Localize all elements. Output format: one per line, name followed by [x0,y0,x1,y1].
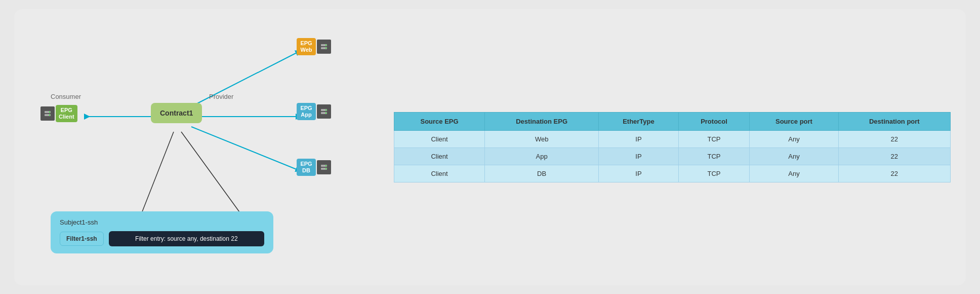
table-cell: Web [485,130,599,148]
svg-point-17 [325,113,326,114]
svg-point-13 [325,48,326,49]
svg-line-1 [191,52,298,106]
table-cell: IP [599,148,679,165]
epg-app-box: EPGApp [297,103,316,120]
svg-line-5 [181,132,242,215]
table-row: ClientWebIPTCPAny22 [394,130,951,148]
filter-label: Filter1-ssh [60,232,104,246]
col-protocol: Protocol [678,112,750,130]
provider-label: Provider [209,93,233,100]
svg-line-3 [191,127,298,170]
table-cell: Client [394,130,485,148]
table-cell: Any [750,148,838,165]
epg-client-node: EPGClient [40,105,77,122]
table-cell: IP [599,165,679,182]
filter-row: Filter1-ssh Filter entry: source any, de… [60,231,264,246]
svg-point-21 [325,168,326,169]
server-icon-web [317,40,331,54]
col-dest-port: Destination port [838,112,950,130]
table-cell: TCP [678,165,750,182]
subject-title: Subject1-ssh [60,218,264,226]
table-row: ClientDBIPTCPAny22 [394,165,951,182]
col-dest-epg: Destination EPG [485,112,599,130]
epg-db-box: EPGDB [297,159,316,176]
table-cell: DB [485,165,599,182]
consumer-label: Consumer [51,93,81,100]
table-row: ClientAppIPTCPAny22 [394,148,951,165]
table-cell: Any [750,130,838,148]
table-cell: 22 [838,148,950,165]
table-cell: 22 [838,130,950,148]
epg-web-node: EPGWeb [297,38,331,55]
epg-db-node: EPGDB [297,159,331,176]
table-cell: Any [750,165,838,182]
table-cell: IP [599,130,679,148]
table-cell: TCP [678,130,750,148]
svg-line-4 [141,132,174,215]
table-cell: Client [394,148,485,165]
svg-point-12 [325,45,326,46]
diagram-section: Consumer Provider EPGClient Contract1 EP… [29,18,374,276]
table-header-row: Source EPG Destination EPG EtherType Pro… [394,112,951,130]
svg-point-9 [49,115,50,116]
table-cell: TCP [678,148,750,165]
server-icon-client [40,106,55,121]
epg-web-box: EPGWeb [297,38,316,55]
col-source-epg: Source EPG [394,112,485,130]
server-icon-app [317,104,331,119]
epg-client-box: EPGClient [56,105,77,122]
col-ethertype: EtherType [599,112,679,130]
policy-table: Source EPG Destination EPG EtherType Pro… [394,112,951,182]
subject-box: Subject1-ssh Filter1-ssh Filter entry: s… [51,211,273,253]
contract-box: Contract1 [151,103,202,123]
filter-entry: Filter entry: source any, destination 22 [109,231,264,246]
col-source-port: Source port [750,112,838,130]
table-cell: App [485,148,599,165]
server-icon-db [317,160,331,174]
table-cell: 22 [838,165,950,182]
main-container: Consumer Provider EPGClient Contract1 EP… [14,9,966,285]
table-section: Source EPG Destination EPG EtherType Pro… [394,112,951,182]
epg-app-node: EPGApp [297,103,331,120]
svg-point-20 [325,165,326,166]
svg-point-8 [49,112,50,113]
table-cell: Client [394,165,485,182]
svg-point-16 [325,109,326,111]
